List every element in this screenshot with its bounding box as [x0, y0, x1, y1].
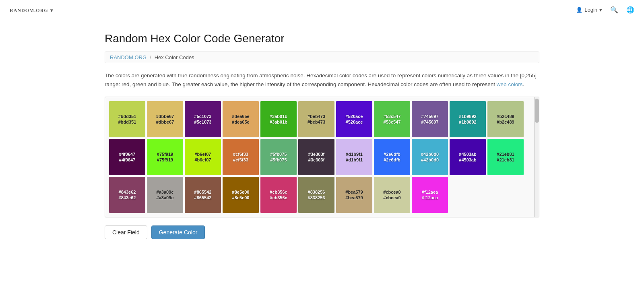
color-cell[interactable]: #865542#865542 [185, 177, 221, 213]
hex-label-1: #5fb075 [270, 152, 287, 157]
navbar-right: 👤 Login ▾ 🔍 🌐 [576, 6, 634, 14]
color-cell[interactable]: #3ab01b#3ab01b [260, 101, 297, 137]
breadcrumb-home[interactable]: RANDOM.ORG [110, 54, 147, 60]
hex-label-1: #f12aea [422, 190, 438, 194]
color-cell[interactable]: #5c1073#5c1073 [185, 101, 221, 137]
clear-field-button[interactable]: Clear Field [105, 225, 147, 239]
hex-label-1: #4503ab [459, 152, 476, 157]
color-cell[interactable]: #a3a09c#a3a09c [147, 177, 183, 213]
web-colors-link[interactable]: web colors [497, 81, 523, 87]
hex-label-2: #cf6f33 [233, 157, 248, 162]
color-cell[interactable]: #3e303f#3e303f [298, 139, 334, 175]
hex-label-1: #520ace [346, 114, 363, 119]
color-cell[interactable]: #520ace#520ace [336, 101, 372, 137]
hex-label-2: #bdd351 [118, 120, 136, 124]
color-cell[interactable]: #1b9892#1b9892 [450, 101, 486, 137]
hex-label-2: #f12aea [422, 195, 438, 200]
color-cell[interactable]: #53c547#53c547 [374, 101, 410, 137]
breadcrumb: RANDOM.ORG / Hex Color Codes [105, 52, 539, 63]
hex-label-2: #dbbe67 [156, 120, 174, 124]
color-cell[interactable]: #b6ef07#b6ef07 [185, 139, 221, 175]
color-cell[interactable]: #bea579#bea579 [336, 177, 372, 213]
hex-label-1: #dbbe67 [156, 114, 174, 119]
color-cell[interactable]: #745697#745697 [412, 101, 448, 137]
hex-label-1: #843e62 [119, 190, 136, 194]
hex-label-2: #d1b9f1 [346, 157, 363, 162]
hex-label-1: #1b9892 [459, 114, 476, 119]
color-cell[interactable]: #42b0d0#42b0d0 [412, 139, 448, 175]
color-cell[interactable]: #4f0647#4f0647 [109, 139, 145, 175]
hex-label-1: #53c547 [384, 114, 401, 119]
hex-label-1: #4f0647 [119, 152, 135, 157]
main-content: Random Hex Color Code Generator RANDOM.O… [80, 20, 564, 251]
color-cell[interactable]: #5fb075#5fb075 [260, 139, 297, 175]
hex-label-2: #bea579 [345, 195, 363, 200]
color-cell[interactable]: #bdd351#bdd351 [109, 101, 145, 137]
color-grid: #bdd351#bdd351#dbbe67#dbbe67#5c1073#5c10… [109, 101, 535, 213]
scrollbar[interactable] [534, 97, 539, 217]
brand-text: RANDOM.ORG [10, 8, 48, 13]
hex-label-1: #865542 [194, 190, 212, 194]
color-cell[interactable]: #4503ab#4503ab [450, 139, 486, 175]
scrollbar-thumb [535, 99, 539, 123]
login-arrow: ▾ [599, 7, 602, 13]
color-cell[interactable]: #75f919#75f919 [147, 139, 183, 175]
hex-label-2: #75f919 [157, 157, 173, 162]
login-label: Login [584, 7, 597, 13]
hex-label-1: #bdd351 [118, 114, 136, 119]
breadcrumb-current: Hex Color Codes [155, 54, 194, 60]
hex-label-1: #b6ef07 [195, 152, 211, 157]
hex-label-1: #cb356c [270, 190, 287, 194]
navbar: RANDOM.ORG ▾ 👤 Login ▾ 🔍 🌐 [0, 0, 644, 20]
breadcrumb-separator: / [150, 54, 151, 60]
color-cell[interactable]: #b2c489#b2c489 [487, 101, 524, 137]
color-cell[interactable]: #dbbe67#dbbe67 [147, 101, 183, 137]
hex-label-2: #a3a09c [157, 195, 174, 200]
page-title: Random Hex Color Code Generator [105, 32, 539, 45]
hex-label-1: #2e6dfb [384, 152, 400, 157]
hex-label-1: #d1b9f1 [346, 152, 363, 157]
search-icon[interactable]: 🔍 [610, 6, 618, 14]
color-cell[interactable]: #843e62#843e62 [109, 177, 145, 213]
color-cell[interactable]: #cbcea0#cbcea0 [374, 177, 410, 213]
hex-label-1: #a3a09c [157, 190, 174, 194]
hex-label-2: #3e303f [308, 157, 324, 162]
hex-label-2: #cb356c [270, 195, 287, 200]
hex-label-2: #8e5e00 [232, 195, 250, 200]
color-cell[interactable]: #21eb81#21eb81 [487, 139, 524, 175]
hex-label-1: #cbcea0 [383, 190, 400, 194]
person-icon: 👤 [576, 7, 582, 13]
desc-text1: The colors are generated with true rando… [105, 72, 537, 87]
hex-label-1: #75f919 [157, 152, 173, 157]
hex-label-2: #3ab01b [270, 120, 287, 124]
color-cell[interactable]: #8e5e00#8e5e00 [223, 177, 259, 213]
hex-label-1: #838256 [308, 190, 325, 194]
hex-label-2: #53c547 [384, 120, 401, 124]
hex-label-2: #dea65e [232, 120, 249, 124]
hex-label-2: #2e6dfb [384, 157, 400, 162]
hex-label-1: #745697 [421, 114, 439, 119]
button-row: Clear Field Generate Color [105, 225, 539, 239]
hex-label-2: #745697 [421, 120, 439, 124]
color-cell[interactable]: #cb356c#cb356c [260, 177, 297, 213]
login-button[interactable]: 👤 Login ▾ [576, 7, 602, 13]
color-cell[interactable]: #beb473#beb473 [298, 101, 334, 137]
color-cell[interactable]: #cf6f33#cf6f33 [223, 139, 259, 175]
brand[interactable]: RANDOM.ORG ▾ [10, 6, 53, 14]
brand-arrow: ▾ [50, 8, 53, 13]
hex-label-2: #4503ab [459, 157, 476, 162]
hex-label-2: #4f0647 [119, 157, 135, 162]
generate-color-button[interactable]: Generate Color [151, 225, 205, 239]
hex-label-1: #beb473 [308, 114, 325, 119]
color-cell[interactable]: #838256#838256 [298, 177, 334, 213]
description: The colors are generated with true rando… [105, 71, 539, 89]
hex-label-1: #21eb81 [497, 152, 514, 157]
color-cell[interactable]: #f12aea#f12aea [412, 177, 448, 213]
hex-label-1: #3e303f [308, 152, 324, 157]
color-cell[interactable]: #dea65e#dea65e [223, 101, 259, 137]
color-cell[interactable]: #d1b9f1#d1b9f1 [336, 139, 372, 175]
hex-label-1: #dea65e [232, 114, 249, 119]
globe-icon[interactable]: 🌐 [626, 6, 634, 14]
hex-label-2: #5fb075 [270, 157, 287, 162]
color-cell[interactable]: #2e6dfb#2e6dfb [374, 139, 410, 175]
